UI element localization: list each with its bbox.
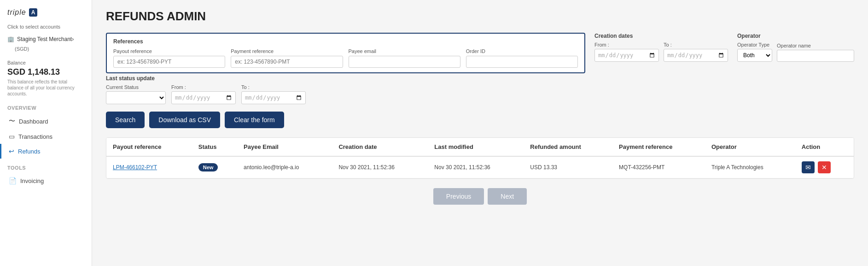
order-id-field: Order ID — [466, 48, 578, 68]
clear-form-button[interactable]: Clear the form — [225, 112, 284, 128]
balance-section: Balance SGD 1,148.13 This balance reflec… — [0, 55, 92, 99]
delete-button[interactable]: ✕ — [818, 161, 831, 173]
status-from-input[interactable] — [171, 91, 236, 104]
operator-name-label: Operator name — [777, 43, 854, 48]
table-header-row: Payout reference Status Payee Email Crea… — [106, 138, 854, 156]
operator-name-field: Operator name — [777, 43, 854, 62]
creation-dates-row: From : To : — [594, 42, 728, 62]
pagination: Previous Next — [106, 188, 854, 205]
table-row: LPM-466102-PYT New antonio.leo@triple-a.… — [106, 156, 854, 178]
previous-button[interactable]: Previous — [433, 188, 484, 205]
balance-label: Balance — [7, 60, 84, 65]
col-action: Action — [795, 138, 854, 156]
logo: triple A — [0, 5, 92, 22]
operator-fields: Operator Type Both Type A Type B Operato… — [737, 42, 854, 62]
cell-payout-ref[interactable]: LPM-466102-PYT — [106, 156, 192, 178]
col-last-modified: Last modified — [428, 138, 524, 156]
creation-from-label: From : — [594, 42, 659, 47]
cell-status: New — [192, 156, 237, 178]
creation-dates-box: Creation dates From : To : — [594, 33, 728, 62]
merchant-code: (SGD) — [0, 45, 92, 55]
logo-text: triple — [7, 8, 26, 17]
creation-to-field: To : — [664, 42, 728, 62]
cell-last-modified: Nov 30 2021, 11:52:36 — [428, 156, 524, 178]
payment-ref-field: Payment reference — [231, 48, 343, 68]
status-from-field: From : — [171, 84, 236, 104]
payee-email-field: Payee email — [349, 48, 460, 68]
search-button[interactable]: Search — [106, 112, 145, 128]
col-refunded-amount: Refunded amount — [524, 138, 612, 156]
cell-payment-ref: MQT-432256-PMT — [612, 156, 705, 178]
logo-box: A — [29, 8, 38, 17]
sidebar-item-transactions[interactable]: ▭ Transactions — [0, 129, 92, 144]
sidebar-item-label-invoicing: Invoicing — [20, 177, 44, 184]
status-to-input[interactable] — [241, 91, 306, 104]
col-payment-ref: Payment reference — [612, 138, 705, 156]
overview-section-label: Overview — [0, 99, 92, 113]
refunds-table: Payout reference Status Payee Email Crea… — [106, 138, 854, 178]
payout-ref-input[interactable] — [113, 56, 225, 68]
next-button[interactable]: Next — [488, 188, 527, 205]
operator-type-label: Operator Type — [737, 42, 772, 47]
operator-name-input[interactable] — [777, 50, 854, 62]
action-buttons: Search Download as CSV Clear the form — [106, 112, 854, 128]
current-status-label: Current Status — [106, 84, 166, 90]
references-label: References — [113, 38, 578, 45]
cell-operator: Triple A Technologies — [705, 156, 795, 178]
creation-to-input[interactable] — [664, 49, 728, 62]
col-payout-ref: Payout reference — [106, 138, 192, 156]
col-status: Status — [192, 138, 237, 156]
tools-section-label: Tools — [0, 159, 92, 173]
sidebar-item-dashboard[interactable]: 〜 Dashboard — [0, 113, 92, 129]
payout-ref-link: LPM-466102-PYT — [113, 164, 157, 171]
status-to-field: To : — [241, 84, 306, 104]
cell-payee-email: antonio.leo@triple-a.io — [237, 156, 332, 178]
download-csv-button[interactable]: Download as CSV — [149, 112, 220, 128]
payee-email-input[interactable] — [349, 56, 460, 68]
payout-ref-field: Payout reference — [113, 48, 225, 68]
status-from-label: From : — [171, 84, 236, 90]
dashboard-icon: 〜 — [9, 117, 15, 125]
references-box: References Payout reference Payment refe… — [106, 33, 585, 73]
cell-creation-date: Nov 30 2021, 11:52:36 — [332, 156, 428, 178]
sidebar-item-label-refunds: Refunds — [18, 148, 40, 155]
sidebar: triple A Click to select accounts 🏢 Stag… — [0, 0, 92, 266]
invoicing-icon: 📄 — [9, 177, 17, 184]
account-selector[interactable]: Click to select accounts — [0, 22, 92, 33]
sidebar-item-label-dashboard: Dashboard — [19, 118, 48, 125]
sidebar-item-refunds[interactable]: ↩ Refunds — [0, 144, 92, 159]
current-status-field: Current Status — [106, 84, 166, 104]
current-status-select[interactable] — [106, 91, 166, 104]
status-to-label: To : — [241, 84, 306, 90]
operator-type-field: Operator Type Both Type A Type B — [737, 42, 772, 62]
cell-action: ✉ ✕ — [795, 156, 854, 178]
email-button[interactable]: ✉ — [802, 161, 815, 173]
col-payee-email: Payee Email — [237, 138, 332, 156]
creation-dates-label: Creation dates — [594, 33, 728, 39]
refunds-icon: ↩ — [9, 148, 14, 155]
sidebar-item-invoicing[interactable]: 📄 Invoicing — [0, 173, 92, 188]
order-id-label: Order ID — [466, 48, 578, 54]
payee-email-label: Payee email — [349, 48, 460, 54]
balance-desc: This balance reflects the total balance … — [7, 79, 84, 97]
main-content: REFUNDS ADMIN References Payout referenc… — [92, 0, 868, 266]
operator-type-select[interactable]: Both Type A Type B — [737, 49, 772, 62]
operator-label: Operator — [737, 33, 854, 39]
merchant-name[interactable]: 🏢 Staging Test Merchant› — [0, 33, 92, 45]
order-id-input[interactable] — [466, 56, 578, 68]
creation-from-input[interactable] — [594, 49, 659, 62]
sidebar-item-label-transactions: Transactions — [18, 133, 52, 140]
operator-box: Operator Operator Type Both Type A Type … — [737, 33, 854, 62]
refunds-table-container: Payout reference Status Payee Email Crea… — [106, 137, 854, 179]
references-fields: Payout reference Payment reference Payee… — [113, 48, 578, 68]
top-filter-row: References Payout reference Payment refe… — [106, 33, 854, 73]
cell-refunded-amount: USD 13.33 — [524, 156, 612, 178]
payment-ref-input[interactable] — [231, 56, 343, 68]
transactions-icon: ▭ — [9, 133, 15, 140]
status-badge: New — [198, 163, 218, 171]
creation-from-field: From : — [594, 42, 659, 62]
balance-amount: SGD 1,148.13 — [7, 67, 84, 77]
payout-ref-label: Payout reference — [113, 48, 225, 54]
status-update-label: Last status update — [106, 75, 854, 82]
col-creation-date: Creation date — [332, 138, 428, 156]
